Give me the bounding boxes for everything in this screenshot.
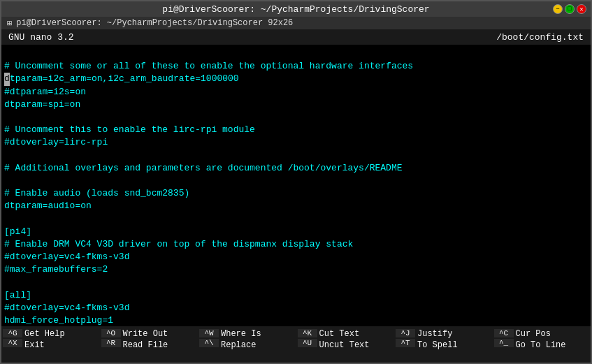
editor-line: # Additional overlays and parameters are… [4,162,588,175]
shortcut-key-1-1[interactable]: ^R [101,339,121,347]
editor-line: # Enable DRM VC4 V3D driver on top of th… [4,238,588,251]
editor-line: # Uncomment some or all of these to enab… [4,60,588,73]
editor-line: #dtoverlay=vc4-fkms-v3d [4,302,588,314]
menu-icon: ⊞ [7,18,12,29]
shortcut-labels-1: Write OutRead File [123,329,168,350]
shortcut-key-0-0[interactable]: ^G [3,329,22,337]
shortcut-keys-5: ^C^_ [494,329,514,347]
shortcut-key-5-0[interactable]: ^C [494,329,514,337]
menu-bar: ⊞ pi@DriverScoorer: ~/PycharmProjects/Dr… [1,17,591,29]
shortcut-label-1-0: Write Out [123,329,168,339]
shortcut-keys-3: ^K^U [298,329,317,347]
shortcut-label-0-0: Get Help [24,329,65,339]
menu-label: pi@DriverScoorer: ~/PycharmProjects/Driv… [16,18,293,28]
maximize-button[interactable]: □ [565,4,575,14]
editor-line: hdmi_force_hotplug=1 [4,314,588,326]
minimize-button[interactable]: − [553,4,563,14]
shortcut-labels-0: Get HelpExit [24,329,65,350]
shortcut-label-0-1: Exit [24,340,65,350]
editor-line: dtparam=audio=on [4,200,588,212]
shortcut-labels-5: Cur PosGo To Line [516,329,566,350]
shortcut-keys-0: ^G^X [3,329,22,347]
editor-line [4,276,588,289]
editor-line [4,111,588,124]
shortcut-labels-3: Cut TextUncut Text [319,329,370,350]
text-cursor: d [4,73,10,85]
nano-header: GNU nano 3.2 /boot/config.txt [1,29,591,45]
shortcut-label-5-1: Go To Line [516,340,566,350]
close-button[interactable]: ✕ [577,4,586,14]
shortcut-labels-4: JustifyTo Spell [417,329,458,350]
editor-line: #dtoverlay=vc4-fkms-v3d [4,251,588,263]
editor-line: [pi4] [4,226,588,238]
terminal-window: pi@DriverScoorer: ~/PycharmProjects/Driv… [0,0,592,364]
editor-area[interactable]: # Uncomment some or all of these to enab… [1,45,591,326]
shortcut-keys-2: ^W^\ [199,329,219,347]
shortcut-key-5-1[interactable]: ^_ [494,339,514,347]
editor-line: dtparam=i2c_arm=on,i2c_arm_baudrate=1000… [4,73,588,85]
shortcut-keys-4: ^J^T [396,329,415,347]
shortcut-label-3-1: Uncut Text [319,340,370,350]
shortcut-label-1-1: Read File [123,340,168,350]
editor-line [4,150,588,162]
shortcut-keys-1: ^O^R [101,329,121,347]
shortcut-labels-2: Where IsReplace [221,329,261,350]
shortcut-item-3: ^K^UCut TextUncut Text [296,326,395,363]
shortcut-key-2-0[interactable]: ^W [199,329,219,337]
shortcut-key-1-0[interactable]: ^O [101,329,121,337]
shortcut-item-0: ^G^XGet HelpExit [1,326,100,363]
window-controls: − □ ✕ [553,4,586,14]
shortcut-key-4-1[interactable]: ^T [396,339,415,347]
shortcuts-bar: ^G^XGet HelpExit^O^RWrite OutRead File^W… [1,326,591,363]
shortcut-label-2-0: Where Is [221,329,261,339]
shortcut-key-3-1[interactable]: ^U [298,339,317,347]
shortcut-key-3-0[interactable]: ^K [298,329,317,337]
editor-line: dtparam=spi=on [4,99,588,111]
editor-line [4,175,588,187]
editor-line [4,212,588,225]
shortcut-item-1: ^O^RWrite OutRead File [100,326,198,363]
shortcut-key-2-1[interactable]: ^\ [199,339,219,347]
shortcut-item-5: ^C^_Cur PosGo To Line [493,326,591,363]
file-name: /boot/config.txt [496,32,584,43]
editor-line: # Uncomment this to enable the lirc-rpi … [4,124,588,136]
shortcut-item-2: ^W^\Where IsReplace [198,326,296,363]
editor-line: #dtoverlay=lirc-rpi [4,136,588,149]
editor-line [4,48,588,60]
editor-line: [all] [4,289,588,302]
shortcut-label-5-0: Cur Pos [516,329,566,339]
shortcut-label-2-1: Replace [221,340,261,350]
editor-line: #max_framebuffers=2 [4,263,588,276]
shortcut-key-0-1[interactable]: ^X [3,339,22,347]
shortcut-key-4-0[interactable]: ^J [396,329,415,337]
shortcut-label-3-0: Cut Text [319,329,370,339]
nano-version: GNU nano 3.2 [8,32,74,43]
shortcut-label-4-1: To Spell [417,340,458,350]
shortcut-label-4-0: Justify [417,329,458,339]
editor-line: # Enable audio (loads snd_bcm2835) [4,187,588,200]
editor-line: #dtparam=i2s=on [4,86,588,99]
shortcut-item-4: ^J^TJustifyTo Spell [394,326,493,363]
title-text: pi@DriverScoorer: ~/PycharmProjects/Driv… [162,4,429,15]
title-bar: pi@DriverScoorer: ~/PycharmProjects/Driv… [1,1,591,17]
